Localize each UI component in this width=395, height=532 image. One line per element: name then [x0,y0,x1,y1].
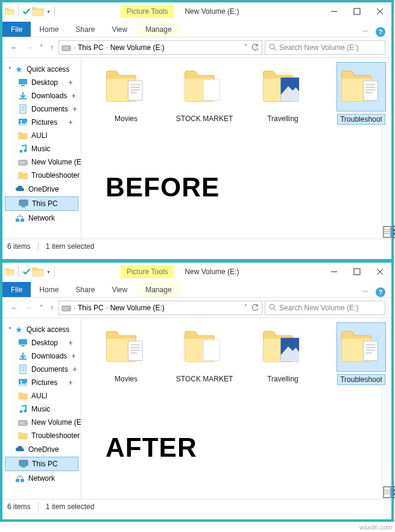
sidebar-item[interactable]: Desktop [2,336,81,349]
nav-back-icon[interactable]: ← [8,302,21,313]
qat-properties-icon[interactable] [22,268,31,276]
folder-tile[interactable]: STOCK MARKET [174,323,235,384]
scrollbar[interactable] [382,318,391,499]
nav-up-icon[interactable]: ↑ [48,42,56,53]
nav-icon [18,157,28,167]
picture-tools-tab[interactable]: Picture Tools [121,265,174,278]
ribbon-tab[interactable]: Home [31,282,67,297]
chevron-right-icon[interactable]: › [106,45,108,51]
minimize-button[interactable] [323,263,346,280]
sidebar-item[interactable]: Pictures [2,376,81,389]
manage-tab[interactable]: Manage [137,282,180,297]
manage-tab[interactable]: Manage [137,22,180,37]
maximize-button[interactable] [346,263,368,280]
nav-recent-icon[interactable]: ˅ [37,43,45,52]
svg-point-18 [24,149,27,152]
sidebar-item[interactable]: Troubleshooter W [2,169,81,182]
this-pc-item[interactable]: This PC [5,457,78,471]
ribbon-tab[interactable]: View [103,282,136,297]
drive-icon [62,303,71,313]
close-button[interactable] [368,3,391,20]
sidebar-item[interactable]: Documents [2,102,81,116]
sidebar-item[interactable]: Pictures [2,116,81,129]
help-icon[interactable]: ? [376,27,385,37]
view-details-icon[interactable] [383,226,391,238]
sidebar-item[interactable]: Desktop [2,76,81,89]
nav-back-icon[interactable]: ← [8,42,21,53]
picture-tools-tab[interactable]: Picture Tools [121,5,174,18]
ribbon-collapse-icon[interactable]: ﹀ [362,288,368,296]
breadcrumb-root[interactable]: This PC [78,304,104,312]
nav-recent-icon[interactable]: ˅ [37,303,45,312]
minimize-button[interactable] [323,3,346,20]
address-dropdown-icon[interactable]: ˅ [244,43,247,52]
chevron-down-icon[interactable]: ˅ [8,66,11,73]
ribbon-collapse-icon[interactable]: ﹀ [362,28,368,36]
address-bar[interactable]: › This PC › New Volume (E:) ˅ [58,40,262,55]
file-tab[interactable]: File [2,22,31,37]
breadcrumb-loc[interactable]: New Volume (E:) [110,304,165,312]
nav-icon [18,338,28,348]
ribbon-tab[interactable]: View [103,22,136,37]
search-box[interactable]: Search New Volume (E:) [265,301,385,315]
content-pane[interactable]: Movies STOCK MARKET Travelling Troublesh… [81,58,391,239]
nav-forward-icon[interactable]: → [23,302,35,313]
refresh-icon[interactable] [251,304,259,312]
svg-rect-25 [21,219,24,222]
status-bar: 6 items 1 item selected [2,499,391,513]
sidebar-item[interactable]: Documents [2,363,81,376]
qat-properties-icon[interactable] [22,7,31,16]
folder-tile[interactable]: Travelling [253,63,313,124]
sidebar-item[interactable]: New Volume (E:) [2,155,81,169]
help-icon[interactable]: ? [376,287,385,297]
breadcrumb-loc[interactable]: New Volume (E:) [110,43,165,52]
qat-newfolder-icon[interactable] [32,266,44,278]
ribbon-tab[interactable]: Share [67,22,103,37]
address-dropdown-icon[interactable]: ˅ [244,304,247,312]
sidebar-item[interactable]: Downloads [2,349,81,363]
chevron-down-icon[interactable]: ˅ [8,327,11,333]
view-details-icon[interactable] [383,486,391,498]
folder-tile[interactable]: Movies [96,63,156,124]
sidebar-item[interactable]: AULI [2,389,81,402]
sidebar-item[interactable]: Downloads [2,89,81,102]
refresh-icon[interactable] [251,43,259,52]
chevron-right-icon[interactable]: › [74,305,75,311]
this-pc-item[interactable]: This PC [5,196,78,211]
scrollbar[interactable] [382,58,391,239]
file-tab[interactable]: File [2,282,31,297]
view-icons-icon[interactable] [393,486,395,498]
ribbon-tab[interactable]: Home [31,22,67,37]
network-item[interactable]: ˅ Network [2,472,81,485]
quick-access[interactable]: ˅ ★ Quick access [2,323,81,336]
close-button[interactable] [368,263,391,280]
onedrive-item[interactable]: ˅ OneDrive [2,443,81,456]
folder-tile[interactable]: Travelling [253,323,313,384]
breadcrumb-root[interactable]: This PC [78,43,104,52]
sidebar-item[interactable]: Music [2,142,81,155]
onedrive-item[interactable]: ˅ OneDrive [2,183,81,196]
qat-dropdown-icon[interactable]: ▼ [46,10,51,14]
nav-up-icon[interactable]: ↑ [48,302,56,313]
maximize-button[interactable] [346,3,368,20]
sidebar-item[interactable]: AULI [2,129,81,142]
search-box[interactable]: Search New Volume (E:) [265,40,385,55]
sidebar-item[interactable]: Music [2,402,81,416]
sidebar-item[interactable]: Troubleshooter W [2,429,81,442]
network-item[interactable]: ˅ Network [2,211,81,225]
sidebar-item[interactable]: New Volume (E:) [2,416,81,429]
qat-dropdown-icon[interactable]: ▼ [46,270,51,274]
chevron-right-icon[interactable]: › [106,305,108,311]
address-bar[interactable]: › This PC › New Volume (E:) ˅ [58,301,262,315]
qat-newfolder-icon[interactable] [32,5,44,17]
content-pane[interactable]: Movies STOCK MARKET Travelling Troublesh… [81,318,391,499]
chevron-right-icon[interactable]: › [74,45,75,51]
nav-label: AULI [31,131,48,140]
quick-access[interactable]: ˅ ★ Quick access [2,63,81,76]
status-selected: 1 item selected [46,242,95,251]
folder-tile[interactable]: Movies [96,323,156,384]
ribbon-tab[interactable]: Share [67,282,103,297]
nav-forward-icon[interactable]: → [23,42,35,53]
view-icons-icon[interactable] [393,226,395,238]
folder-tile[interactable]: STOCK MARKET [174,63,235,124]
